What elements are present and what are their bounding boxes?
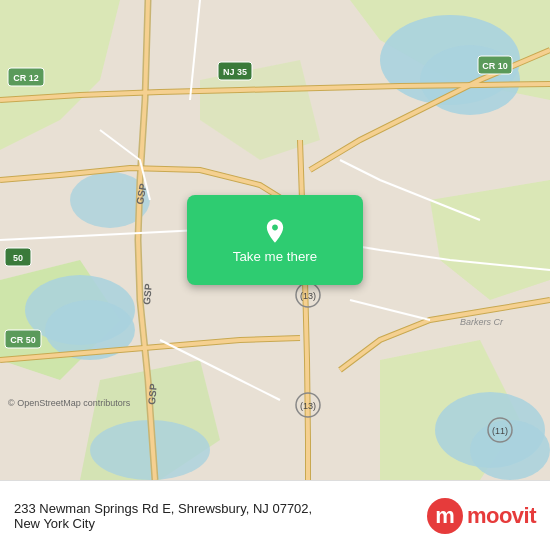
take-me-there-label: Take me there xyxy=(233,249,317,264)
svg-text:GSP: GSP xyxy=(146,383,159,405)
svg-text:NJ 35: NJ 35 xyxy=(223,67,247,77)
svg-text:CR 10: CR 10 xyxy=(482,61,508,71)
osm-credit: © OpenStreetMap contributors xyxy=(8,398,130,408)
svg-text:(11): (11) xyxy=(492,426,508,436)
address-line2: New York City xyxy=(14,516,312,531)
location-pin-icon xyxy=(261,217,289,245)
address-section: 233 Newman Springs Rd E, Shrewsbury, NJ … xyxy=(14,501,312,531)
address-line1: 233 Newman Springs Rd E, Shrewsbury, NJ … xyxy=(14,501,312,516)
svg-point-13 xyxy=(470,420,550,480)
svg-text:(13): (13) xyxy=(300,401,316,411)
moovit-m-icon: m xyxy=(427,498,463,534)
svg-text:(13): (13) xyxy=(300,291,316,301)
moovit-logo: m moovit xyxy=(427,498,536,534)
map-container: CR 12 NJ 35 CR 10 50 CR 50 GSP GSP GSP (… xyxy=(0,0,550,480)
svg-text:GSP: GSP xyxy=(141,283,154,305)
moovit-wordmark: moovit xyxy=(467,503,536,529)
svg-text:CR 12: CR 12 xyxy=(13,73,39,83)
svg-text:Barkers Cr: Barkers Cr xyxy=(460,317,504,327)
take-me-there-button[interactable]: Take me there xyxy=(187,195,363,285)
bottom-bar: 233 Newman Springs Rd E, Shrewsbury, NJ … xyxy=(0,480,550,550)
svg-text:CR 50: CR 50 xyxy=(10,335,36,345)
svg-text:m: m xyxy=(435,503,455,528)
svg-text:50: 50 xyxy=(13,253,23,263)
